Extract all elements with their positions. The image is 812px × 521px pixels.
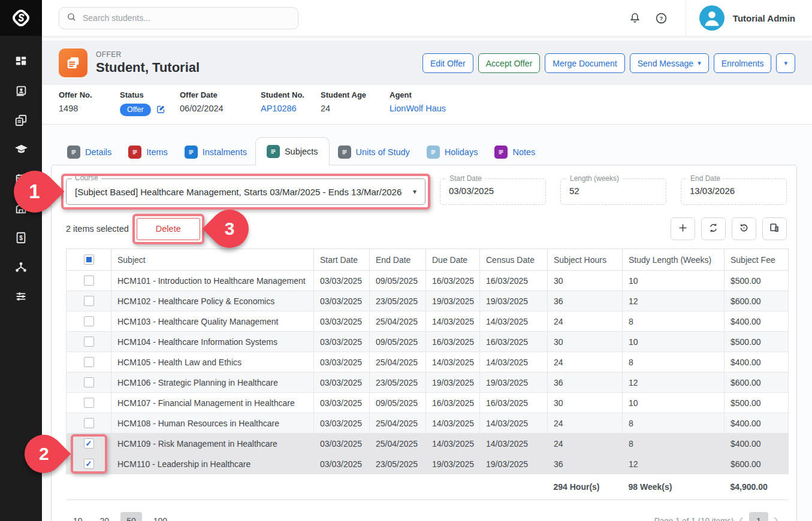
sidebar-nav: $	[0, 47, 42, 311]
info-value[interactable]: LionWolf Haus	[390, 104, 446, 113]
app-logo-icon[interactable]	[0, 0, 42, 36]
accept-offer-button[interactable]: Accept Offer	[478, 53, 541, 73]
cell-subject: HCM103 - Healthcare Quality Management	[111, 311, 314, 332]
tab-details[interactable]: Details	[59, 140, 120, 165]
cell-end: 25/04/2025	[370, 413, 426, 434]
selection-row: 2 items selected Delete	[66, 217, 787, 240]
info-label: Agent	[390, 90, 446, 99]
sidebar-item-dashboard[interactable]	[0, 47, 42, 76]
sidebar: $	[0, 0, 42, 521]
enrolments-button[interactable]: Enrolments	[714, 53, 772, 73]
cell-weeks: 12	[623, 454, 725, 474]
column-header[interactable]: Subject	[111, 249, 314, 271]
cell-due: 16/03/2025	[426, 271, 480, 291]
cell-census: 14/03/2025	[480, 311, 548, 332]
help-icon[interactable]: ?	[648, 5, 675, 31]
topbar: ? Tutorial Admin	[42, 0, 812, 36]
page-size-10[interactable]: 10	[67, 512, 89, 521]
avatar[interactable]	[699, 5, 725, 31]
row-checkbox[interactable]	[84, 398, 94, 408]
totals-row: 294 Hour(s) 98 Week(s) $4,900.00	[67, 474, 789, 500]
next-page-icon[interactable]: ›	[774, 513, 778, 521]
row-checkbox[interactable]	[84, 275, 94, 286]
prev-page-icon[interactable]: ‹	[739, 513, 744, 521]
column-header[interactable]: Due Date	[426, 249, 480, 271]
cell-hours: 36	[548, 291, 623, 311]
tab-holidays[interactable]: Holidays	[418, 140, 487, 165]
tab-icon	[427, 146, 440, 159]
delete-button[interactable]: Delete	[137, 218, 200, 240]
row-checkbox[interactable]	[84, 377, 94, 387]
add-button[interactable]	[671, 217, 695, 240]
row-checkbox[interactable]	[84, 337, 94, 347]
sidebar-item-settings[interactable]	[0, 281, 42, 311]
row-checkbox[interactable]	[84, 438, 94, 449]
subjects-table: SubjectStart DateEnd DateDue DateCensus …	[66, 249, 789, 500]
edit-status-icon[interactable]	[156, 104, 166, 116]
columns-button[interactable]	[762, 217, 787, 240]
row-checkbox[interactable]	[84, 316, 94, 326]
column-header[interactable]: Study Length (Weeks)	[623, 249, 725, 271]
invoice-dollar-icon: $	[14, 231, 28, 244]
sidebar-item-campus[interactable]	[0, 193, 42, 223]
page-size-50[interactable]: 50	[120, 512, 142, 521]
column-header[interactable]: End Date	[370, 249, 426, 271]
course-row: Course [Subject Based] Healthcare Manage…	[66, 178, 787, 205]
current-page-button[interactable]: 1	[749, 512, 768, 521]
sidebar-item-students[interactable]	[0, 76, 42, 105]
field-length-weeks-[interactable]: Length (weeks) 52	[560, 178, 666, 205]
cell-start: 03/03/2025	[314, 311, 370, 332]
select-all-checkbox[interactable]	[84, 255, 94, 265]
info-value: 24	[321, 104, 330, 113]
field-value: 52	[569, 186, 579, 196]
search-input[interactable]	[83, 13, 291, 23]
sidebar-item-agents[interactable]	[0, 252, 42, 281]
merge-document-button[interactable]: Merge Document	[545, 53, 624, 73]
tab-items[interactable]: Items	[120, 140, 176, 165]
page-size-20[interactable]: 20	[94, 512, 116, 521]
cell-hours: 24	[548, 311, 623, 332]
info-field-status: Status Offer	[120, 90, 180, 116]
field-start-date[interactable]: Start Date 03/03/2025	[440, 178, 546, 205]
students-icon	[14, 84, 28, 98]
user-name[interactable]: Tutorial Admin	[733, 13, 795, 23]
sidebar-item-courses[interactable]	[0, 135, 42, 164]
column-header[interactable]: Census Date	[480, 249, 548, 271]
button-label: Send Message	[638, 59, 693, 68]
tab-subjects[interactable]: Subjects	[255, 137, 330, 165]
cell-hours: 24	[548, 352, 623, 372]
sidebar-item-offers[interactable]	[0, 105, 42, 135]
svg-text:$: $	[19, 234, 23, 241]
notifications-bell-icon[interactable]	[622, 5, 648, 31]
course-select[interactable]: [Subject Based] Healthcare Management, S…	[66, 178, 425, 205]
send-message-button[interactable]: Send Message▾	[630, 53, 709, 73]
column-header[interactable]: Subject Fee	[725, 249, 789, 271]
cell-subject: HCM110 - Leadership in Healthcare	[111, 454, 314, 474]
history-button[interactable]	[732, 217, 756, 240]
edit-offer-button[interactable]: Edit Offer	[422, 53, 473, 73]
field-end-date[interactable]: End Date 13/03/2026	[681, 178, 787, 205]
row-checkbox[interactable]	[84, 357, 94, 367]
more-actions-button[interactable]: ▾	[776, 53, 795, 73]
row-checkbox[interactable]	[84, 418, 94, 428]
row-checkbox[interactable]	[84, 459, 94, 469]
sidebar-item-calendar[interactable]	[0, 164, 42, 193]
tab-label: Holidays	[445, 147, 478, 157]
topbar-divider	[686, 0, 686, 36]
tab-notes[interactable]: Notes	[486, 140, 544, 165]
column-header[interactable]: Subject Hours	[548, 249, 623, 271]
tab-units-of-study[interactable]: Units of Study	[330, 140, 418, 165]
page-size-100[interactable]: 100	[147, 512, 173, 521]
cell-due: 19/03/2025	[426, 291, 480, 311]
refresh-button[interactable]	[701, 217, 726, 240]
row-checkbox[interactable]	[84, 296, 94, 306]
sidebar-item-invoices[interactable]: $	[0, 223, 42, 252]
column-header[interactable]: Start Date	[314, 249, 370, 271]
cell-due: 14/03/2025	[426, 413, 480, 434]
info-value[interactable]: AP10286	[261, 104, 297, 113]
search-box[interactable]	[59, 7, 298, 29]
cell-start: 03/03/2025	[314, 291, 370, 311]
cell-fee: $500.00	[725, 393, 789, 413]
subjects-table-wrap: SubjectStart DateEnd DateDue DateCensus …	[66, 249, 787, 500]
tab-instalments[interactable]: Instalments	[176, 140, 255, 165]
